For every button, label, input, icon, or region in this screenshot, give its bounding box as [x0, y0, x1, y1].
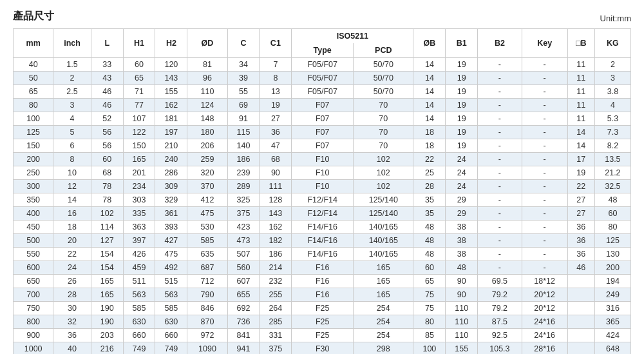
- table-row: 3501478303329412325128F12/F14125/1403529…: [14, 193, 631, 207]
- cell-C: 69: [227, 99, 260, 112]
- cell-L: 190: [91, 315, 123, 329]
- page-title: 產品尺寸: [13, 10, 54, 23]
- cell-H1: 660: [123, 329, 155, 342]
- cell-B1: 19: [446, 58, 478, 72]
- table-row: 60024154459492687560214F161656048--46200: [14, 261, 631, 275]
- cell-C: 607: [227, 275, 260, 288]
- cell-Type: F16: [292, 275, 354, 288]
- cell-KG: 8.2: [594, 139, 630, 153]
- cell-inch: 40: [53, 342, 91, 355]
- cell-B1: 19: [446, 139, 478, 153]
- cell-OD: 148: [187, 112, 227, 126]
- col-KG: KG: [594, 29, 630, 58]
- cell-B1: 38: [446, 221, 478, 234]
- cell-inch: 12: [53, 180, 91, 193]
- cell-H2: 563: [155, 288, 187, 302]
- cell-sqB: 46: [567, 261, 594, 275]
- cell-PCD: 50/70: [354, 58, 413, 72]
- cell-Type: F07: [292, 99, 354, 112]
- cell-inch: 3: [53, 99, 91, 112]
- cell-mm: 100: [14, 112, 53, 126]
- cell-Type: F16: [292, 288, 354, 302]
- cell-H1: 563: [123, 288, 155, 302]
- cell-Type: F14/F16: [292, 221, 354, 234]
- cell-B2: 87.5: [478, 315, 522, 329]
- cell-mm: 500: [14, 234, 53, 248]
- table-row: 401.5336012081347F05/F0750/701419--112: [14, 58, 631, 72]
- cell-KG: 5.3: [594, 112, 630, 126]
- cell-KG: 48: [594, 193, 630, 207]
- col-sqB: □B: [567, 29, 594, 58]
- cell-KG: 80: [594, 221, 630, 234]
- cell-L: 60: [91, 153, 123, 166]
- cell-OB: 35: [413, 193, 446, 207]
- cell-OD: 370: [187, 180, 227, 193]
- cell-Type: F25: [292, 315, 354, 329]
- cell-B2: -: [478, 112, 522, 126]
- cell-B2: 79.2: [478, 288, 522, 302]
- unit-label: Unit:mm: [600, 14, 631, 23]
- cell-C1: 111: [260, 180, 292, 193]
- cell-OD: 412: [187, 193, 227, 207]
- cell-H2: 210: [155, 139, 187, 153]
- cell-mm: 650: [14, 275, 53, 288]
- cell-B1: 24: [446, 166, 478, 180]
- cell-B1: 19: [446, 126, 478, 139]
- cell-H2: 181: [155, 112, 187, 126]
- cell-sqB: [567, 315, 594, 329]
- cell-H2: 329: [155, 193, 187, 207]
- col-ISO5211: ISO5211: [292, 29, 413, 44]
- cell-PCD: 102: [354, 166, 413, 180]
- cell-KG: 7.3: [594, 126, 630, 139]
- cell-OD: 96: [187, 72, 227, 85]
- cell-L: 46: [91, 85, 123, 99]
- cell-H2: 143: [155, 72, 187, 85]
- table-row: 1000402167497491090941375F30298100155105…: [14, 342, 631, 355]
- cell-sqB: 14: [567, 126, 594, 139]
- cell-OB: 14: [413, 58, 446, 72]
- cell-C: 736: [227, 315, 260, 329]
- table-row: 652.546711551105513F05/F0750/701419--113…: [14, 85, 631, 99]
- cell-PCD: 70: [354, 139, 413, 153]
- cell-sqB: 11: [567, 72, 594, 85]
- cell-B2: -: [478, 166, 522, 180]
- table-row: 55022154426475635507186F14/F16140/165483…: [14, 248, 631, 261]
- cell-OB: 18: [413, 126, 446, 139]
- cell-Key: -: [522, 85, 567, 99]
- col-OD: ØD: [187, 29, 227, 58]
- cell-KG: 2: [594, 58, 630, 72]
- cell-Type: F07: [292, 126, 354, 139]
- cell-B1: 19: [446, 112, 478, 126]
- cell-L: 43: [91, 72, 123, 85]
- cell-sqB: 19: [567, 166, 594, 180]
- cell-Type: F14/F16: [292, 248, 354, 261]
- product-table: mm inch L H1 H2 ØD C C1 ISO5211 ØB B1 B2…: [13, 28, 631, 354]
- cell-OB: 48: [413, 248, 446, 261]
- cell-Type: F10: [292, 166, 354, 180]
- cell-Key: -: [522, 193, 567, 207]
- cell-inch: 24: [53, 261, 91, 275]
- cell-KG: 249: [594, 288, 630, 302]
- cell-sqB: 27: [567, 193, 594, 207]
- cell-H2: 197: [155, 126, 187, 139]
- cell-B1: 48: [446, 261, 478, 275]
- cell-C1: 68: [260, 153, 292, 166]
- cell-sqB: [567, 302, 594, 315]
- cell-C1: 47: [260, 139, 292, 153]
- cell-C1: 36: [260, 126, 292, 139]
- cell-Key: -: [522, 166, 567, 180]
- cell-Key: -: [522, 248, 567, 261]
- col-H2: H2: [155, 29, 187, 58]
- table-row: 80346771621246919F07701419--114: [14, 99, 631, 112]
- cell-PCD: 254: [354, 329, 413, 342]
- cell-H2: 155: [155, 85, 187, 99]
- cell-L: 114: [91, 221, 123, 234]
- table-row: 3001278234309370289111F101022824--2232.5: [14, 180, 631, 193]
- cell-OD: 870: [187, 315, 227, 329]
- cell-OB: 80: [413, 315, 446, 329]
- cell-C1: 90: [260, 166, 292, 180]
- cell-sqB: 11: [567, 85, 594, 99]
- cell-sqB: [567, 288, 594, 302]
- cell-H1: 77: [123, 99, 155, 112]
- cell-OD: 124: [187, 99, 227, 112]
